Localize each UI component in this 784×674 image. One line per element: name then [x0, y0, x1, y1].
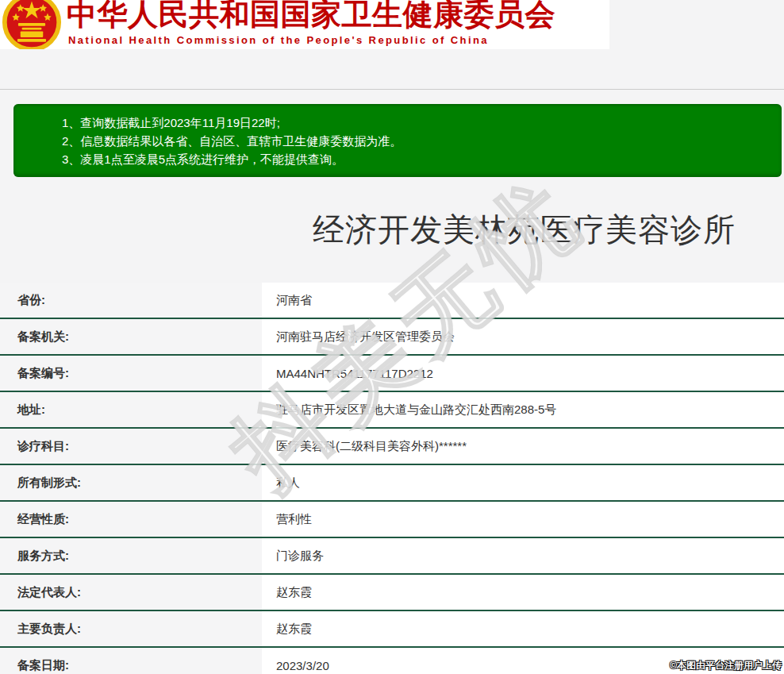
- table-row: 地址: 驻马店市开发区置地大道与金山路交汇处西南288-5号: [0, 392, 784, 429]
- row-value: 私人: [262, 465, 784, 500]
- table-row: 备案编号: MA44NHTR541177117D2212: [0, 356, 784, 392]
- table-row: 备案机关: 河南驻马店经济开发区管理委员会: [0, 319, 784, 356]
- row-label: 所有制形式:: [0, 465, 262, 500]
- row-value: 门诊服务: [262, 538, 784, 573]
- table-row: 法定代表人: 赵东霞: [0, 575, 784, 611]
- row-label: 备案机关:: [0, 319, 262, 354]
- notice-line: 2、信息数据结果以各省、自治区、直辖市卫生健康委数据为准。: [62, 132, 774, 150]
- table-row: 经营性质: 营利性: [0, 502, 784, 538]
- record-table: 省份: 河南省 备案机关: 河南驻马店经济开发区管理委员会 备案编号: MA44…: [0, 283, 784, 674]
- page: 中华人民共和国国家卫生健康委员会 National Health Commiss…: [0, 0, 784, 674]
- site-header: 中华人民共和国国家卫生健康委员会 National Health Commiss…: [0, 0, 609, 49]
- row-label: 法定代表人:: [0, 575, 262, 610]
- row-label: 地址:: [0, 392, 262, 427]
- row-value: MA44NHTR541177117D2212: [262, 356, 784, 391]
- row-value: 赵东霞: [262, 611, 784, 646]
- row-value: 医疗美容科(二级科目美容外科)******: [262, 429, 784, 464]
- row-label: 备案日期:: [0, 648, 262, 674]
- row-label: 备案编号:: [0, 356, 262, 391]
- notice-line: 1、查询数据截止到2023年11月19日22时;: [62, 114, 774, 132]
- row-label: 服务方式:: [0, 538, 262, 573]
- notice-line: 3、凌晨1点至凌晨5点系统进行维护，不能提供查询。: [62, 150, 774, 168]
- notice-box: 1、查询数据截止到2023年11月19日22时; 2、信息数据结果以各省、自治区…: [13, 104, 782, 177]
- row-value: 营利性: [262, 502, 784, 537]
- page-title: 经济开发美林苑医疗美容诊所: [313, 208, 736, 252]
- table-row: 省份: 河南省: [0, 283, 784, 319]
- row-value: 河南省: [262, 283, 784, 318]
- row-label: 诊疗科目:: [0, 429, 262, 464]
- table-row: 所有制形式: 私人: [0, 465, 784, 502]
- row-label: 省份:: [0, 283, 262, 318]
- header-divider: [0, 89, 784, 90]
- table-row: 诊疗科目: 医疗美容科(二级科目美容外科)******: [0, 429, 784, 465]
- header-title-cn: 中华人民共和国国家卫生健康委员会: [67, 0, 555, 32]
- national-emblem-icon: [2, 0, 62, 49]
- row-label: 经营性质:: [0, 502, 262, 537]
- attribution-text: ©本图由平台注册用户上传: [670, 659, 782, 672]
- row-value: 河南驻马店经济开发区管理委员会: [262, 319, 784, 354]
- table-row: 服务方式: 门诊服务: [0, 538, 784, 575]
- table-row: 主要负责人: 赵东霞: [0, 611, 784, 648]
- header-title-en: National Health Commission of the People…: [68, 34, 489, 46]
- table-row: 备案日期: 2023/3/20: [0, 648, 784, 674]
- row-value: 驻马店市开发区置地大道与金山路交汇处西南288-5号: [262, 392, 784, 427]
- row-label: 主要负责人:: [0, 611, 262, 646]
- row-value: 赵东霞: [262, 575, 784, 610]
